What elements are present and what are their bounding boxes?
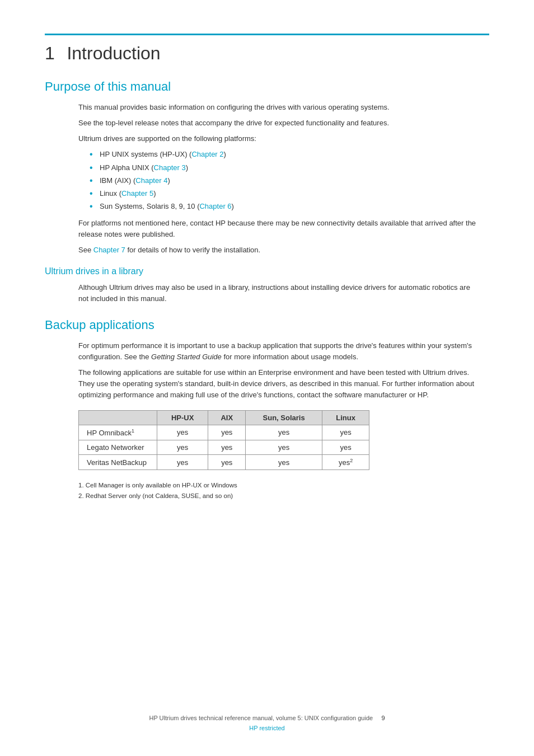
list-item-alpha: HP Alpha UNIX (Chapter 3) — [90, 162, 489, 173]
list-item-sun: Sun Systems, Solaris 8, 9, 10 (Chapter 6… — [90, 201, 489, 212]
footer-restricted: HP restricted — [0, 723, 534, 734]
app-name-veritas: Veritas NetBackup — [79, 454, 157, 469]
backup-para-1: For optimum performance it is important … — [78, 340, 478, 363]
footnote-2: 2. Redhat Server only (not Caldera, SUSE… — [78, 491, 478, 501]
veritas-aix: yes — [208, 454, 246, 469]
omniback-linux: yes — [322, 425, 369, 440]
italic-guide: Getting Started Guide — [151, 353, 222, 361]
footer-page-number: 9 — [381, 715, 385, 721]
table-header-linux: Linux — [322, 410, 369, 425]
table-row: HP Omniback1 yes yes yes yes — [79, 425, 369, 440]
section-backup-apps: Backup applications For optimum performa… — [45, 318, 489, 501]
chapter-title: Introduction — [67, 43, 160, 63]
platforms-list: HP UNIX systems (HP-UX) (Chapter 2) HP A… — [90, 149, 489, 212]
app-name-omniback: HP Omniback1 — [79, 425, 157, 440]
legato-solaris: yes — [246, 440, 322, 454]
footer-main-text: HP Ultrium drives technical reference ma… — [0, 713, 534, 724]
chapter-header: 1 Introduction — [45, 34, 489, 64]
list-item-ibm: IBM (AIX) (Chapter 4) — [90, 175, 489, 186]
table-header-app — [79, 410, 157, 425]
legato-aix: yes — [208, 440, 246, 454]
page-footer: HP Ultrium drives technical reference ma… — [0, 713, 534, 734]
section-heading-purpose: Purpose of this manual — [45, 79, 489, 94]
chapter-number: 1 — [45, 43, 55, 63]
app-name-legato: Legato Networker — [79, 440, 157, 454]
section-ultrium-library: Ultrium drives in a library Although Ult… — [45, 266, 489, 304]
purpose-para-3: Ultrium drives are supported on the foll… — [78, 133, 478, 144]
list-item-linux: Linux (Chapter 5) — [90, 188, 489, 199]
link-chapter5[interactable]: Chapter 5 — [121, 189, 153, 198]
list-item-hpux: HP UNIX systems (HP-UX) (Chapter 2) — [90, 149, 489, 160]
veritas-solaris: yes — [246, 454, 322, 469]
table-footnotes: 1. Cell Manager is only available on HP-… — [78, 480, 478, 501]
page: 1 Introduction Purpose of this manual Th… — [0, 0, 534, 756]
veritas-linux: yes2 — [322, 454, 369, 469]
legato-linux: yes — [322, 440, 369, 454]
footnote-1: 1. Cell Manager is only available on HP-… — [78, 480, 478, 490]
omniback-hpux: yes — [157, 425, 208, 440]
table-header-hpux: HP-UX — [157, 410, 208, 425]
omniback-aix: yes — [208, 425, 246, 440]
purpose-para-4: For platforms not mentioned here, contac… — [78, 218, 478, 240]
link-chapter3[interactable]: Chapter 3 — [154, 163, 186, 172]
omniback-solaris: yes — [246, 425, 322, 440]
link-chapter7[interactable]: Chapter 7 — [93, 246, 125, 254]
table-header-aix: AIX — [208, 410, 246, 425]
backup-table-wrapper: HP-UX AIX Sun, Solaris Linux HP Omniback… — [78, 410, 478, 471]
link-chapter6[interactable]: Chapter 6 — [199, 202, 231, 210]
table-row: Veritas NetBackup yes yes yes yes2 — [79, 454, 369, 469]
footer-title: HP Ultrium drives technical reference ma… — [149, 715, 373, 721]
backup-apps-table: HP-UX AIX Sun, Solaris Linux HP Omniback… — [78, 410, 369, 471]
link-chapter4[interactable]: Chapter 4 — [135, 176, 167, 185]
section-purpose: Purpose of this manual This manual provi… — [45, 79, 489, 256]
section-heading-backup-apps: Backup applications — [45, 318, 489, 332]
legato-hpux: yes — [157, 440, 208, 454]
veritas-hpux: yes — [157, 454, 208, 469]
table-row: Legato Networker yes yes yes yes — [79, 440, 369, 454]
link-chapter2[interactable]: Chapter 2 — [191, 150, 223, 158]
ultrium-library-para: Although Ultrium drives may also be used… — [78, 282, 478, 304]
section-heading-ultrium-library: Ultrium drives in a library — [45, 266, 489, 276]
purpose-para-5: See Chapter 7 for details of how to veri… — [78, 245, 478, 256]
purpose-para-1: This manual provides basic information o… — [78, 102, 478, 113]
table-header-solaris: Sun, Solaris — [246, 410, 322, 425]
backup-para-2: The following applications are suitable … — [78, 367, 478, 401]
purpose-para-2: See the top-level release notes that acc… — [78, 118, 478, 129]
